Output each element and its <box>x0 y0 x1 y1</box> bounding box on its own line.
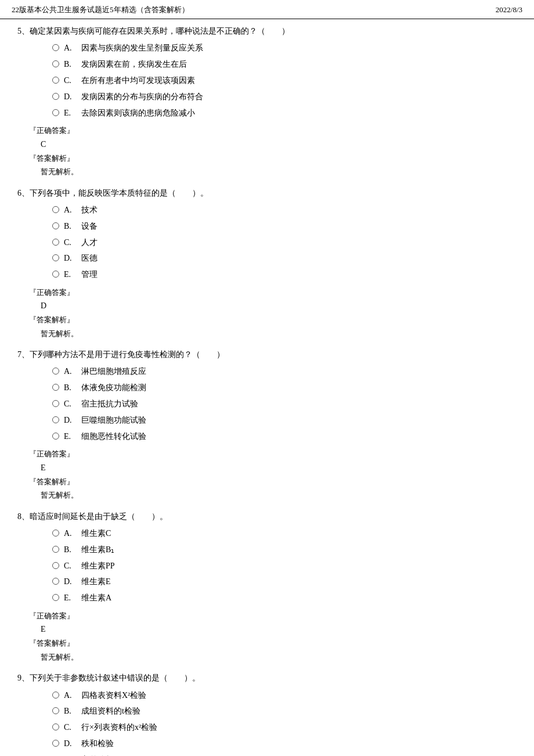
option-label-9-0: A. <box>64 689 78 703</box>
question-6-options: A.技术B.设备C.人才D.医德E.管理 <box>52 203 517 282</box>
question-5-title: 5、确定某因素与疾病可能存在因果关系时，哪种说法是不正确的？（ ） <box>17 25 517 38</box>
option-label-7-1: B. <box>64 381 78 395</box>
answer-value-5: C <box>41 137 517 152</box>
option-text-6-1: 设备 <box>81 219 98 233</box>
radio-6-1[interactable] <box>52 222 59 229</box>
option-9-4: E.方差分析 <box>52 753 517 756</box>
option-label-5-4: E. <box>64 106 78 120</box>
option-label-9-4: E. <box>64 753 78 756</box>
radio-8-3[interactable] <box>52 578 59 585</box>
page-content: 5、确定某因素与疾病可能存在因果关系时，哪种说法是不正确的？（ ）A.因素与疾病… <box>0 19 534 756</box>
option-label-8-3: D. <box>64 575 78 589</box>
analysis-value-7: 暂无解析。 <box>41 488 517 502</box>
question-8: 8、暗适应时间延长是由于缺乏（ ）。A.维生素CB.维生素B₁C.维生素PPD.… <box>17 510 517 664</box>
radio-5-2[interactable] <box>52 77 59 84</box>
option-text-9-1: 成组资料的t检验 <box>81 704 140 718</box>
analysis-value-5: 暂无解析。 <box>41 165 517 178</box>
question-7: 7、下列哪种方法不是用于进行免疫毒性检测的？（ ）A.淋巴细胞增殖反应B.体液免… <box>17 348 517 502</box>
radio-7-0[interactable] <box>52 368 59 375</box>
answer-label-7: 『正确答案』 <box>29 449 74 458</box>
option-8-3: D.维生素E <box>52 575 517 589</box>
radio-7-3[interactable] <box>52 416 59 423</box>
option-label-6-0: A. <box>64 203 78 217</box>
option-text-8-1: 维生素B₁ <box>81 543 114 557</box>
question-7-title: 7、下列哪种方法不是用于进行免疫毒性检测的？（ ） <box>17 348 517 361</box>
option-7-2: C.宿主抵抗力试验 <box>52 397 517 411</box>
option-label-7-3: D. <box>64 413 78 427</box>
option-label-8-4: E. <box>64 591 78 605</box>
answer-value-7: E <box>41 460 517 475</box>
question-8-title: 8、暗适应时间延长是由于缺乏（ ）。 <box>17 510 517 523</box>
option-text-8-3: 维生素E <box>81 575 111 589</box>
answer-section-8: 『正确答案』E『答案解析』暂无解析。 <box>29 609 517 664</box>
radio-8-0[interactable] <box>52 530 59 537</box>
analysis-label-6: 『答案解析』 <box>29 313 517 326</box>
option-label-9-2: C. <box>64 721 78 735</box>
answer-section-6: 『正确答案』D『答案解析』暂无解析。 <box>29 285 517 340</box>
analysis-label-8: 『答案解析』 <box>29 636 517 650</box>
option-7-1: B.体液免疫功能检测 <box>52 381 517 395</box>
option-8-2: C.维生素PP <box>52 559 517 573</box>
question-9: 9、下列关于非参数统计叙述中错误的是（ ）。A.四格表资料X²检验B.成组资料的… <box>17 672 517 756</box>
option-label-5-2: C. <box>64 74 78 88</box>
option-text-7-2: 宿主抵抗力试验 <box>81 397 138 411</box>
option-7-4: E.细胞恶性转化试验 <box>52 430 517 444</box>
answer-value-6: D <box>41 298 517 313</box>
option-label-7-2: C. <box>64 397 78 411</box>
radio-6-4[interactable] <box>52 271 59 278</box>
option-9-1: B.成组资料的t检验 <box>52 704 517 718</box>
radio-9-0[interactable] <box>52 692 59 699</box>
radio-8-2[interactable] <box>52 562 59 569</box>
option-9-2: C.行×列表资料的x²检验 <box>52 721 517 735</box>
option-text-5-0: 因素与疾病的发生呈剂量反应关系 <box>81 41 203 55</box>
option-label-5-3: D. <box>64 90 78 104</box>
analysis-value-6: 暂无解析。 <box>41 327 517 340</box>
radio-9-2[interactable] <box>52 723 59 730</box>
option-text-7-1: 体液免疫功能检测 <box>81 381 146 395</box>
radio-6-2[interactable] <box>52 239 59 246</box>
option-text-7-3: 巨噬细胞功能试验 <box>81 413 146 427</box>
radio-7-1[interactable] <box>52 384 59 391</box>
header-title: 22版基本公共卫生服务试题近5年精选（含答案解析） <box>12 5 189 15</box>
answer-section-7: 『正确答案』E『答案解析』暂无解析。 <box>29 447 517 502</box>
option-label-7-4: E. <box>64 430 78 444</box>
radio-5-1[interactable] <box>52 60 59 67</box>
option-text-5-4: 去除因素则该病的患病危险减小 <box>81 106 195 120</box>
option-text-7-0: 淋巴细胞增殖反应 <box>81 365 146 379</box>
option-text-8-4: 维生素A <box>81 591 111 605</box>
question-6-title: 6、下列各项中，能反映医学本质特征的是（ ）。 <box>17 187 517 200</box>
radio-6-3[interactable] <box>52 254 59 261</box>
option-text-6-4: 管理 <box>81 268 98 282</box>
radio-5-0[interactable] <box>52 44 59 51</box>
header-date: 2022/8/3 <box>496 5 522 15</box>
radio-7-4[interactable] <box>52 433 59 440</box>
radio-5-4[interactable] <box>52 109 59 116</box>
option-label-8-1: B. <box>64 543 78 557</box>
option-9-3: D.秩和检验 <box>52 737 517 751</box>
radio-6-0[interactable] <box>52 206 59 213</box>
question-5-options: A.因素与疾病的发生呈剂量反应关系B.发病因素在前，疾病发生在后C.在所有患者中… <box>52 41 517 120</box>
answer-label-6: 『正确答案』 <box>29 288 74 297</box>
option-6-3: D.医德 <box>52 251 517 265</box>
radio-5-3[interactable] <box>52 93 59 100</box>
radio-9-3[interactable] <box>52 740 59 747</box>
analysis-label-7: 『答案解析』 <box>29 475 517 488</box>
option-7-0: A.淋巴细胞增殖反应 <box>52 365 517 379</box>
option-text-5-1: 发病因素在前，疾病发生在后 <box>81 57 187 71</box>
option-8-4: E.维生素A <box>52 591 517 605</box>
option-5-4: E.去除因素则该病的患病危险减小 <box>52 106 517 120</box>
radio-8-4[interactable] <box>52 594 59 601</box>
radio-9-1[interactable] <box>52 707 59 714</box>
option-label-7-0: A. <box>64 365 78 379</box>
page-header: 22版基本公共卫生服务试题近5年精选（含答案解析） 2022/8/3 <box>0 0 534 19</box>
option-5-2: C.在所有患者中均可发现该项因素 <box>52 74 517 88</box>
analysis-value-8: 暂无解析。 <box>41 650 517 664</box>
option-label-9-1: B. <box>64 704 78 718</box>
radio-8-1[interactable] <box>52 546 59 553</box>
option-8-0: A.维生素C <box>52 527 517 541</box>
option-5-1: B.发病因素在前，疾病发生在后 <box>52 57 517 71</box>
radio-7-2[interactable] <box>52 400 59 407</box>
option-6-1: B.设备 <box>52 219 517 233</box>
option-label-8-2: C. <box>64 559 78 573</box>
option-text-9-0: 四格表资料X²检验 <box>81 689 146 703</box>
